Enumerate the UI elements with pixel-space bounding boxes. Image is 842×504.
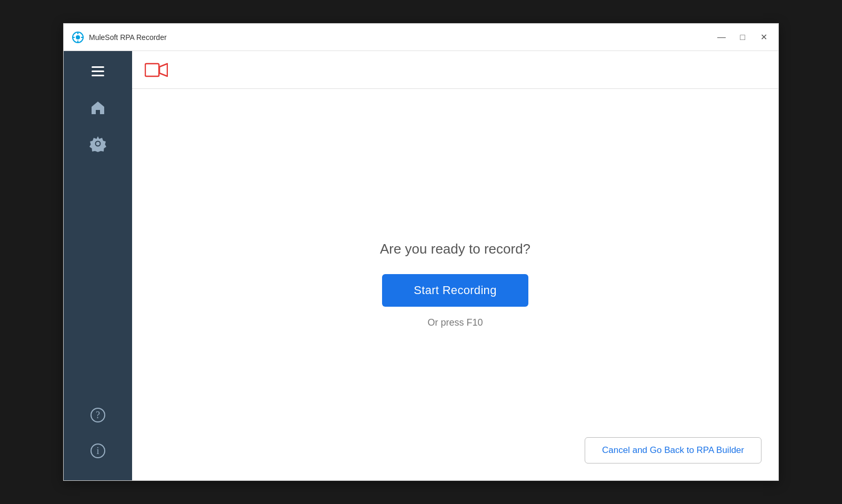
menu-button[interactable] bbox=[64, 55, 132, 87]
cancel-button[interactable]: Cancel and Go Back to RPA Builder bbox=[585, 437, 761, 463]
svg-point-8 bbox=[96, 142, 100, 146]
info-icon: i bbox=[89, 442, 106, 459]
shortcut-text: Or press F10 bbox=[427, 317, 483, 328]
header-strip bbox=[132, 51, 778, 89]
maximize-button[interactable]: □ bbox=[736, 31, 749, 44]
gear-icon bbox=[89, 135, 106, 152]
ready-text: Are you ready to record? bbox=[380, 241, 530, 257]
sidebar-item-info[interactable]: i bbox=[64, 434, 132, 468]
cancel-button-container: Cancel and Go Back to RPA Builder bbox=[585, 437, 761, 463]
sidebar: ? i bbox=[64, 51, 132, 480]
app-title: MuleSoft RPA Recorder bbox=[89, 33, 167, 42]
start-recording-button[interactable]: Start Recording bbox=[382, 274, 528, 307]
app-icon bbox=[72, 32, 84, 43]
content-area: Are you ready to record? Start Recording… bbox=[132, 51, 778, 480]
sidebar-bottom: ? i bbox=[64, 398, 132, 476]
help-icon: ? bbox=[89, 407, 106, 424]
window-controls: — □ ✕ bbox=[715, 31, 770, 44]
sidebar-item-help[interactable]: ? bbox=[64, 398, 132, 432]
title-bar: MuleSoft RPA Recorder — □ ✕ bbox=[64, 24, 778, 51]
app-window: MuleSoft RPA Recorder — □ ✕ bbox=[63, 23, 779, 481]
sidebar-item-home[interactable] bbox=[64, 91, 132, 125]
record-icon bbox=[145, 62, 168, 78]
svg-text:?: ? bbox=[96, 410, 100, 420]
svg-rect-13 bbox=[145, 64, 159, 76]
close-button[interactable]: ✕ bbox=[757, 31, 770, 44]
main-content: Are you ready to record? Start Recording… bbox=[132, 89, 778, 480]
sidebar-nav bbox=[64, 87, 132, 398]
home-icon bbox=[89, 99, 106, 116]
svg-point-1 bbox=[76, 35, 80, 39]
svg-text:i: i bbox=[96, 446, 99, 456]
hamburger-icon bbox=[92, 66, 104, 76]
sidebar-item-settings[interactable] bbox=[64, 127, 132, 160]
svg-marker-14 bbox=[159, 64, 167, 76]
minimize-button[interactable]: — bbox=[715, 31, 728, 44]
main-layout: ? i bbox=[64, 51, 778, 480]
title-bar-logo: MuleSoft RPA Recorder bbox=[72, 32, 715, 43]
